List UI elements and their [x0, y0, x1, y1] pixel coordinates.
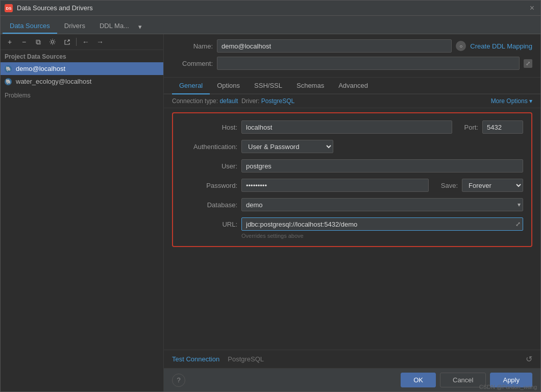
host-input[interactable]	[241, 120, 452, 134]
database-dropdown-button[interactable]: ▾	[518, 201, 521, 208]
database-input-wrap: ▾	[241, 198, 523, 211]
copy-datasource-button[interactable]: ⧉	[32, 36, 44, 47]
tab-schemas[interactable]: Schemas	[289, 78, 331, 94]
tab-general[interactable]: General	[172, 78, 210, 94]
connection-info-bar: Connection type: default Driver: Postgre…	[164, 94, 540, 108]
datasource-item-demo[interactable]: 🐘 demo@localhost	[1, 62, 163, 75]
tab-options[interactable]: Options	[210, 78, 247, 94]
comment-input[interactable]	[217, 57, 520, 70]
help-button[interactable]: ?	[172, 374, 185, 387]
tabs-dropdown-btn[interactable]: ▾	[136, 20, 144, 34]
save-select[interactable]: Forever Until restart Never	[462, 179, 523, 192]
postgresql-label: PostgreSQL	[228, 355, 264, 363]
postgres-icon-2: 🐘	[5, 78, 12, 85]
svg-point-2	[52, 41, 54, 43]
tab-advanced[interactable]: Advanced	[331, 78, 375, 94]
ok-button[interactable]: OK	[401, 373, 436, 387]
sidebar-toolbar: + − ⧉ ← →	[1, 34, 163, 50]
save-label: Save:	[441, 182, 458, 189]
watermark: CSDN @Pardon_wang	[479, 384, 537, 390]
inner-tabs: General Options SSH/SSL Schemas Advanced	[164, 78, 540, 94]
host-label: Host:	[181, 124, 237, 131]
datasource-item-label-2: water_ecology@localhost	[16, 78, 91, 85]
url-input-wrap: ⤢	[241, 217, 523, 231]
conn-type-prefix: Connection type:	[172, 97, 218, 105]
url-row: URL: ⤢	[181, 217, 523, 231]
database-row: Database: ▾	[181, 198, 523, 211]
user-input[interactable]	[241, 159, 523, 173]
comment-expand-button[interactable]: ⤢	[524, 59, 532, 68]
password-row: Password: Save: Forever Until restart Ne…	[181, 179, 523, 192]
comment-row: Comment: ⤢	[172, 57, 532, 70]
export-button[interactable]	[61, 36, 73, 47]
password-label: Password:	[181, 182, 237, 189]
settings-button[interactable]	[46, 36, 59, 47]
driver-prefix: Driver:	[241, 97, 259, 105]
comment-label: Comment:	[172, 60, 213, 67]
auth-row: Authentication: User & Password No auth …	[181, 140, 523, 153]
bottom-bar: Test Connection PostgreSQL ↺	[164, 350, 540, 368]
app-icon: DS	[5, 4, 13, 12]
title-bar: DS Data Sources and Drivers ×	[1, 1, 540, 16]
tab-ddl-mapping[interactable]: DDL Ma...	[92, 19, 136, 34]
nav-forward-button[interactable]: →	[94, 36, 106, 47]
driver-link[interactable]: PostgreSQL	[261, 97, 294, 105]
name-options-button[interactable]: ○	[456, 41, 466, 51]
url-input[interactable]	[246, 220, 515, 228]
add-datasource-button[interactable]: +	[4, 36, 16, 47]
database-input[interactable]	[246, 201, 518, 209]
content-area: + − ⧉ ← → Project Data Sou	[1, 34, 540, 391]
test-connection-bar: Test Connection PostgreSQL ↺	[164, 350, 540, 368]
datasource-item-label: demo@localhost	[16, 65, 65, 72]
host-row: Host: Port:	[181, 120, 523, 134]
name-row: Name: ○ Create DDL Mapping	[172, 39, 532, 53]
window-title: Data Sources and Drivers	[17, 4, 528, 12]
sidebar: + − ⧉ ← → Project Data Sou	[1, 34, 164, 391]
problems-section: Problems	[1, 88, 163, 103]
more-options-link[interactable]: More Options ▾	[491, 97, 532, 105]
right-panel: Name: ○ Create DDL Mapping Comment: ⤢ Ge…	[164, 34, 540, 391]
auth-select[interactable]: User & Password No auth PGPASS file	[241, 140, 333, 153]
datasource-item-water-ecology[interactable]: 🐘 water_ecology@localhost	[1, 75, 163, 88]
tab-ssh-ssl[interactable]: SSH/SSL	[247, 78, 289, 94]
toolbar-separator	[76, 38, 77, 46]
database-label: Database:	[181, 201, 237, 209]
refresh-button[interactable]: ↺	[526, 354, 532, 364]
name-label: Name:	[172, 42, 213, 50]
project-data-sources-label: Project Data Sources	[1, 50, 163, 62]
nav-back-button[interactable]: ←	[80, 36, 92, 47]
tab-data-sources[interactable]: Data Sources	[3, 19, 57, 34]
tab-drivers[interactable]: Drivers	[57, 19, 92, 34]
close-button[interactable]: ×	[528, 4, 536, 13]
url-label: URL:	[181, 220, 237, 228]
form-header: Name: ○ Create DDL Mapping Comment: ⤢	[164, 34, 540, 78]
problems-label: Problems	[5, 92, 31, 99]
postgres-icon: 🐘	[5, 65, 12, 72]
port-input[interactable]	[482, 120, 523, 134]
url-expand-button[interactable]: ⤢	[515, 220, 521, 228]
user-row: User:	[181, 159, 523, 173]
remove-datasource-button[interactable]: −	[18, 36, 30, 47]
svg-text:DS: DS	[6, 6, 12, 11]
auth-label: Authentication:	[181, 143, 237, 151]
port-label: Port:	[464, 124, 478, 131]
main-tabs: Data Sources Drivers DDL Ma... ▾	[1, 16, 540, 34]
password-input[interactable]	[241, 179, 429, 192]
conn-type-link[interactable]: default	[219, 97, 238, 105]
user-label: User:	[181, 162, 237, 170]
test-connection-link[interactable]: Test Connection	[172, 355, 219, 363]
create-ddl-link[interactable]: Create DDL Mapping	[470, 42, 532, 50]
name-input[interactable]	[217, 39, 452, 53]
dialog: DS Data Sources and Drivers × Data Sourc…	[0, 0, 541, 392]
connection-form: Host: Port: Authentication: User & Passw…	[172, 112, 532, 247]
overrides-text: Overrides settings above	[241, 233, 523, 239]
